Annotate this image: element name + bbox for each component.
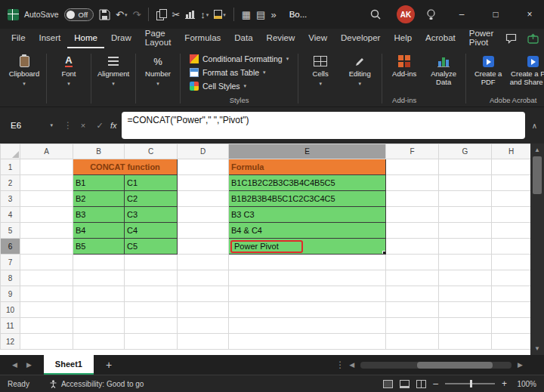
add-sheet-button[interactable]: + — [106, 359, 112, 371]
cell[interactable] — [229, 255, 386, 270]
create-pdf-share-button[interactable]: Create a PDF and Share link — [508, 51, 544, 87]
horizontal-scrollbar[interactable]: ◀ ▶ — [345, 361, 527, 369]
tab-page-layout[interactable]: Page Layout — [138, 29, 178, 48]
horizontal-scroll-thumb[interactable] — [417, 362, 493, 369]
row-header-9[interactable]: 9 — [1, 286, 20, 302]
insert-function-icon[interactable]: fx — [110, 121, 117, 130]
cell[interactable] — [386, 191, 439, 207]
cell[interactable] — [439, 270, 492, 286]
cell-c3[interactable]: C2 — [125, 191, 178, 207]
scroll-right-icon[interactable]: ▶ — [513, 361, 527, 369]
autosave-toggle[interactable]: Off — [64, 8, 94, 21]
enter-icon[interactable]: ✓ — [94, 121, 106, 131]
tab-file[interactable]: File — [5, 29, 32, 48]
col-header-b[interactable]: B — [73, 144, 125, 159]
cell-e5[interactable]: B4 & C4 — [229, 223, 386, 239]
horizontal-scroll-track[interactable] — [360, 362, 512, 369]
cell[interactable] — [229, 302, 386, 318]
row-header-6[interactable]: 6 — [1, 239, 20, 255]
row-header-11[interactable]: 11 — [1, 318, 20, 334]
cell[interactable] — [439, 191, 492, 207]
row-header-4[interactable]: 4 — [1, 207, 20, 223]
share-icon[interactable] — [522, 29, 544, 48]
cell[interactable] — [20, 175, 73, 191]
cell[interactable] — [386, 318, 439, 334]
cell[interactable] — [125, 302, 178, 318]
scroll-left-icon[interactable]: ◀ — [345, 361, 359, 369]
create-pdf-button[interactable]: Create a PDF — [468, 51, 508, 87]
cell[interactable] — [386, 255, 439, 270]
pivot-table-icon[interactable]: ▤ — [256, 10, 265, 20]
tab-review[interactable]: Review — [260, 29, 302, 48]
cell[interactable] — [386, 239, 439, 255]
page-layout-view-icon[interactable] — [400, 380, 410, 388]
cell-b6[interactable]: B5 — [73, 239, 125, 255]
cell[interactable] — [20, 270, 73, 286]
cell[interactable] — [178, 191, 229, 207]
scroll-up-icon[interactable]: ▲ — [534, 144, 540, 156]
vertical-scroll-thumb[interactable] — [533, 156, 542, 194]
collapse-formula-bar-icon[interactable]: ∧ — [530, 122, 539, 130]
cell[interactable] — [20, 207, 73, 223]
zoom-slider-thumb[interactable] — [470, 380, 472, 387]
cell[interactable] — [492, 302, 531, 318]
scroll-down-icon[interactable]: ▼ — [534, 342, 540, 355]
cancel-icon[interactable]: × — [77, 121, 89, 130]
cell[interactable] — [125, 270, 178, 286]
cell[interactable] — [178, 318, 229, 334]
accessibility-status[interactable]: Accessibility: Good to go — [49, 380, 144, 388]
cell-c5[interactable]: C4 — [125, 223, 178, 239]
cell[interactable] — [73, 318, 125, 334]
row-header-5[interactable]: 5 — [1, 223, 20, 239]
font-group-button[interactable]: A Font ▾ — [49, 51, 88, 106]
cell[interactable] — [178, 207, 229, 223]
cell-e6-active[interactable]: Power Pivot — [229, 239, 386, 255]
cell-c6[interactable]: C5 — [125, 239, 178, 255]
tab-acrobat[interactable]: Acrobat — [419, 29, 462, 48]
cell[interactable] — [439, 223, 492, 239]
paste-icon[interactable] — [156, 9, 166, 20]
cell[interactable] — [439, 318, 492, 334]
cell[interactable] — [439, 175, 492, 191]
cell[interactable] — [439, 159, 492, 175]
cell[interactable] — [386, 175, 439, 191]
cell-b2[interactable]: B1 — [73, 175, 125, 191]
cell[interactable] — [178, 255, 229, 270]
row-header-2[interactable]: 2 — [1, 175, 20, 191]
cell[interactable] — [73, 286, 125, 302]
tab-view[interactable]: View — [301, 29, 334, 48]
lightbulb-icon[interactable] — [426, 9, 436, 20]
row-header-7[interactable]: 7 — [1, 255, 20, 270]
chart-icon[interactable] — [185, 10, 195, 19]
col-header-h[interactable]: H — [492, 144, 531, 159]
row-header-10[interactable]: 10 — [1, 302, 20, 318]
cell-e2[interactable]: B1C1B2C2B3C3B4C4B5C5 — [229, 175, 386, 191]
clipboard-group-button[interactable]: Clipboard ▾ — [5, 51, 44, 106]
cell[interactable] — [439, 302, 492, 318]
cell[interactable] — [20, 318, 73, 334]
cell-styles-button[interactable]: Cell Styles ▾ — [186, 79, 250, 93]
tab-draw[interactable]: Draw — [104, 29, 138, 48]
cell[interactable] — [492, 318, 531, 334]
fill-color-icon[interactable]: ▾ — [214, 10, 226, 19]
col-header-c[interactable]: C — [125, 144, 178, 159]
tab-power-pivot[interactable]: Power Pivot — [462, 29, 501, 48]
cell-e3[interactable]: B1B2B3B4B5C1C2C3C4C5 — [229, 191, 386, 207]
cell[interactable] — [492, 286, 531, 302]
cell-c2[interactable]: C1 — [125, 175, 178, 191]
vertical-scrollbar[interactable]: ▲ ▼ — [530, 144, 544, 355]
cell[interactable] — [178, 270, 229, 286]
close-button[interactable]: × — [515, 0, 544, 29]
cells-group-button[interactable]: Cells ▾ — [301, 51, 340, 106]
cell[interactable] — [386, 270, 439, 286]
select-all-button[interactable] — [1, 144, 20, 159]
sort-icon[interactable]: ↕▾ — [200, 10, 209, 20]
cell-b3[interactable]: B2 — [73, 191, 125, 207]
cell[interactable] — [125, 255, 178, 270]
cell[interactable] — [178, 334, 229, 350]
col-header-f[interactable]: F — [386, 144, 439, 159]
col-header-e[interactable]: E — [229, 144, 386, 159]
cell[interactable] — [386, 302, 439, 318]
cell[interactable] — [229, 270, 386, 286]
save-icon[interactable] — [99, 9, 110, 20]
